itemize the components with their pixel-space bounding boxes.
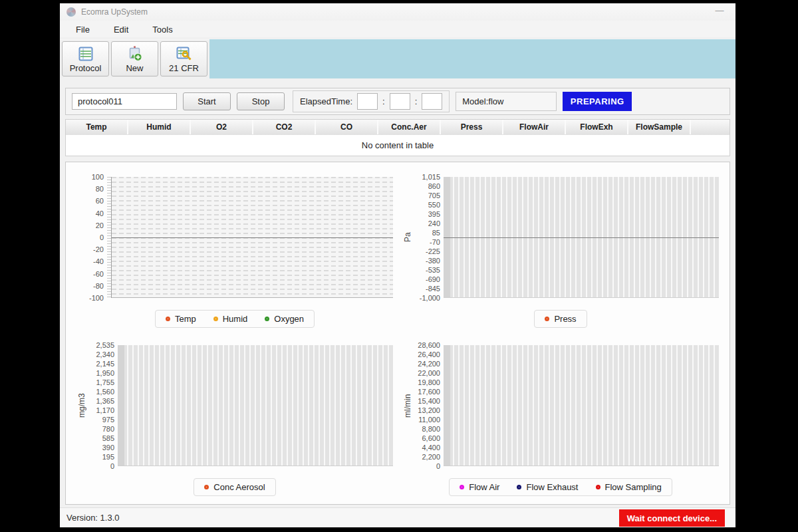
main-content: Start Stop ElapsedTime: : : Model:flow P… — [60, 88, 735, 505]
legend-item: Flow Air — [460, 482, 499, 492]
chart-flow: ml/min 28,60026,40024,20022,00019,80017,… — [402, 345, 719, 496]
y-tick-label: 4,400 — [422, 444, 440, 452]
protocol-button[interactable]: Protocol — [62, 41, 109, 76]
cfr-button[interactable]: 21 CFR — [160, 41, 207, 76]
y-tick-label: -70 — [430, 238, 440, 246]
table-column-header[interactable]: FlowSample — [628, 120, 691, 134]
chart-area: 100806040200-20-40-60-80-100 — [76, 177, 393, 298]
table-column-header[interactable]: Press — [441, 120, 503, 134]
series-color-ring-icon — [545, 317, 549, 321]
elapsed-seconds-input[interactable] — [422, 93, 442, 110]
y-tick-label: 20 — [96, 221, 104, 229]
legend-item: Temp — [166, 314, 196, 324]
y-axis-unit-label: ml/min — [402, 345, 413, 466]
y-tick-label: 705 — [428, 192, 440, 200]
y-tick-label: 13,200 — [418, 406, 440, 414]
status-bar: Version: 1.3.0 Wait connect device... — [60, 507, 735, 527]
chart-plot-area — [444, 177, 719, 298]
version-label: Version: 1.3.0 — [66, 513, 120, 523]
toolbar: Protocol New — [60, 39, 735, 78]
y-tick-label: 1,365 — [96, 397, 114, 405]
y-tick-label: 240 — [428, 219, 440, 227]
y-tick-label: 1,755 — [96, 378, 114, 386]
elapsed-minutes-input[interactable] — [390, 93, 410, 110]
menu-item-edit[interactable]: Edit — [104, 22, 138, 37]
table-column-header[interactable]: Humid — [128, 120, 191, 134]
table-empty-message: No content in table — [66, 135, 730, 156]
y-tick-label: 0 — [100, 233, 104, 241]
protocol-table-icon — [77, 45, 94, 63]
y-tick-label: 2,535 — [96, 341, 114, 349]
y-tick-label: -100 — [89, 294, 104, 302]
series-color-ring-icon — [166, 317, 170, 321]
y-tick-label: 60 — [96, 197, 104, 205]
table-column-header[interactable]: CO — [316, 120, 378, 134]
y-tick-label: 0 — [110, 462, 114, 470]
y-tick-label: -20 — [93, 245, 104, 253]
y-tick-label: 585 — [102, 434, 114, 442]
toolbar-button-group: Protocol New — [60, 39, 209, 78]
table-header-filler — [691, 120, 730, 134]
y-tick-label: 8,800 — [422, 425, 440, 433]
legend-row: Conc Aerosol — [76, 478, 393, 496]
y-tick-label: 395 — [428, 210, 440, 218]
chart-area: Pa 1,01586070555039524085-70-225-380-535… — [402, 177, 719, 298]
y-tick-label: 550 — [428, 201, 440, 209]
table-column-header[interactable]: CO2 — [253, 120, 316, 134]
y-tick-label: -60 — [93, 270, 104, 278]
y-tick-label: 975 — [102, 416, 114, 424]
legend-item: Conc Aerosol — [204, 482, 265, 492]
minimize-button[interactable]: — — [710, 5, 729, 18]
legend-item-label: Oxygen — [274, 314, 304, 324]
series-color-ring-icon — [596, 485, 600, 489]
legend-item: Oxygen — [265, 314, 304, 324]
y-tick-label: -225 — [426, 247, 440, 255]
y-axis-ticks: 28,60026,40024,20022,00019,80017,60015,4… — [413, 345, 444, 466]
elapsed-hours-input[interactable] — [357, 93, 378, 110]
cfr-button-label: 21 CFR — [169, 63, 199, 73]
new-button[interactable]: New — [111, 41, 158, 76]
protocol-name-input[interactable] — [72, 93, 177, 110]
model-field: Model:flow — [456, 92, 557, 111]
window-title: Ecomra UpSystem — [81, 7, 148, 17]
y-tick-label: 2,145 — [96, 360, 114, 368]
y-tick-label: 860 — [428, 182, 440, 190]
y-tick-label: 85 — [432, 229, 440, 237]
y-tick-label: 17,600 — [418, 388, 440, 396]
title-bar: Ecomra UpSystem — — [60, 3, 735, 21]
table-column-header[interactable]: FlowAir — [503, 120, 566, 134]
y-axis-unit-label: mg/m3 — [76, 345, 87, 466]
table-column-header[interactable]: O2 — [191, 120, 253, 134]
plot-left-band — [118, 345, 124, 466]
y-tick-label: 22,000 — [418, 369, 440, 377]
table-column-header[interactable]: FlowExh — [566, 120, 628, 134]
stop-button[interactable]: Stop — [237, 92, 285, 110]
y-axis-ticks: 2,5352,3402,1451,9501,7551,5601,3651,170… — [87, 345, 118, 466]
series-color-ring-icon — [460, 485, 464, 489]
legend-row: Press — [402, 310, 719, 328]
elapsed-time-label: ElapsedTime: — [300, 96, 352, 106]
chart-press: Pa 1,01586070555039524085-70-225-380-535… — [402, 177, 719, 328]
start-button[interactable]: Start — [183, 92, 231, 110]
measurement-table: TempHumidO2CO2COConc.AerPressFlowAirFlow… — [65, 119, 730, 156]
y-tick-label: 1,170 — [96, 406, 114, 414]
menu-item-tools[interactable]: Tools — [143, 22, 182, 37]
zero-baseline — [444, 237, 719, 238]
y-tick-label: -1,000 — [420, 294, 440, 302]
chart-legend: Press — [534, 310, 587, 328]
table-column-header[interactable]: Temp — [66, 120, 128, 134]
table-column-header[interactable]: Conc.Aer — [378, 120, 441, 134]
y-tick-label: 26,400 — [418, 350, 440, 358]
y-tick-label: -380 — [426, 257, 440, 265]
y-tick-label: 2,340 — [96, 350, 114, 358]
legend-item-label: Flow Air — [469, 482, 499, 492]
y-tick-label: -690 — [426, 275, 440, 283]
time-separator: : — [382, 96, 385, 106]
y-axis-unit-label: Pa — [402, 177, 413, 298]
preparing-status-button[interactable]: PREPARING — [563, 92, 632, 111]
menu-item-file[interactable]: File — [66, 22, 99, 37]
y-tick-label: -845 — [426, 285, 440, 293]
y-tick-label: 390 — [102, 444, 114, 452]
legend-item-label: Humid — [223, 314, 248, 324]
legend-item-label: Conc Aerosol — [213, 482, 265, 492]
